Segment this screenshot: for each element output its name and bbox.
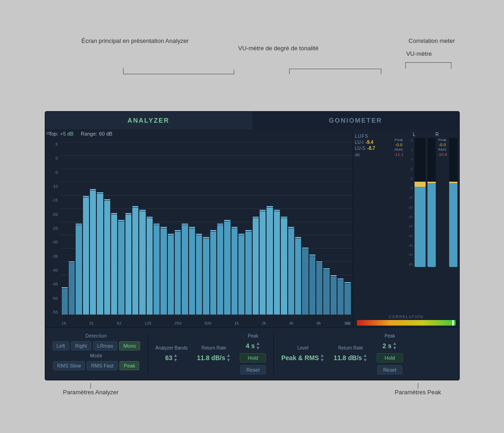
gonio-area: LUFS LU-I -9.4 LU-S -8.7 dB: [353, 129, 459, 327]
lrmax-btn[interactable]: LRmax: [93, 341, 118, 350]
peak-line-4: [90, 189, 96, 190]
right-btn[interactable]: Right: [71, 341, 91, 350]
level-val[interactable]: Peak & RMS ▲▼: [281, 353, 325, 362]
return-rate2-val[interactable]: 11.8 dB/s ▲▼: [334, 353, 368, 362]
peak-line-7: [111, 213, 117, 214]
mono-btn[interactable]: Mono: [119, 341, 140, 350]
spectrum-bar-23: [224, 221, 230, 314]
analyzer-bands-label: Analyzer Bands: [155, 345, 188, 350]
rate-spinner[interactable]: ▲▼: [226, 353, 231, 362]
rms-slow-btn[interactable]: RMS Slow: [53, 361, 85, 370]
return-rate-val[interactable]: 11.8 dB/s ▲▼: [197, 353, 231, 362]
spectrum-bar-36: [316, 263, 322, 314]
r-rms-val: -10.6: [438, 152, 447, 157]
peak-line-16: [175, 230, 181, 231]
left-btn[interactable]: Left: [53, 341, 69, 350]
annotation-ecran-principal: Écran principal en présentation Analyzer: [82, 37, 189, 45]
analyzer-bands-val[interactable]: 63 ▲▼: [165, 353, 178, 362]
annotation-parametres-analyzer: Paramètres Analyzer: [63, 389, 119, 396]
spectrum-bar-39: [338, 280, 344, 314]
peak-line-37: [323, 268, 329, 269]
divider-1: [148, 333, 148, 374]
spectrum-bar-7: [111, 214, 117, 314]
vu-r-bar: [449, 138, 457, 267]
db-scale: 5 0 -5 -10 -15 -20 -25 -30 -35 -40 -45 -…: [45, 142, 60, 314]
spectrum-bar-4: [90, 190, 96, 314]
peak-line-40: [344, 282, 350, 283]
peak-line-17: [182, 224, 188, 225]
rms-fast-btn[interactable]: RMS Fast: [87, 361, 118, 370]
l-rms-val: -11.1: [394, 152, 403, 157]
spectrum-bar-32: [288, 228, 294, 314]
spectrum-bar-21: [210, 231, 216, 314]
peak-line-22: [217, 224, 223, 225]
spectrum-bar-11: [139, 211, 145, 314]
peak2-label: Peak: [385, 333, 395, 338]
spectrum-bar-14: [160, 228, 166, 314]
reset2-btn[interactable]: Reset: [377, 365, 403, 374]
header-tabs: ANALYZER GONIOMETER: [45, 112, 459, 129]
peak-line-24: [231, 227, 237, 228]
lu-i-val: -9.4: [365, 140, 373, 145]
main-content: dB Top: +5 dB Range: 60 dB 5 0 -5 -10 -1…: [45, 129, 459, 327]
peak2-spinner[interactable]: ▲▼: [392, 341, 397, 350]
peak-line-21: [210, 230, 216, 231]
spectrum-bar-5: [97, 194, 103, 314]
spectrum-bar-9: [125, 214, 131, 314]
spectrum-bar-24: [231, 228, 237, 314]
peak-spinner[interactable]: ▲▼: [255, 341, 260, 350]
spectrum-bars: [60, 142, 353, 314]
hold2-btn[interactable]: Hold: [377, 353, 403, 362]
l-rms-sublabel: RMS: [395, 148, 403, 152]
tab-analyzer[interactable]: ANALYZER: [45, 112, 252, 129]
spectrum-bar-1: [69, 263, 75, 314]
top-val: +5 dB: [60, 131, 73, 136]
vu-l-bar: [427, 138, 436, 267]
divider-2: [273, 333, 274, 374]
annotation-vu-metre: VU-mètre: [406, 50, 432, 58]
peak-line-5: [97, 192, 103, 193]
peak-mode-btn[interactable]: Peak: [119, 361, 139, 370]
annotation-parametres-peak: Paramètres Peak: [395, 389, 441, 396]
spectrum-bar-31: [281, 218, 287, 314]
analyzer-area: dB Top: +5 dB Range: 60 dB 5 0 -5 -10 -1…: [45, 129, 353, 327]
level-col: Level Peak & RMS ▲▼: [281, 345, 325, 362]
spectrum-bar-12: [147, 218, 153, 314]
correlation-bar: [357, 320, 456, 326]
return-rate-label: Return Rate: [202, 345, 226, 350]
reset-btn[interactable]: Reset: [240, 365, 266, 374]
hold-btn[interactable]: Hold: [240, 353, 266, 362]
range-val: 60 dB: [99, 131, 113, 136]
annotation-vu-tonalite: VU-mètre de degré de tonalité: [238, 45, 319, 53]
detection-buttons: Left Right LRmax Mono: [53, 341, 140, 350]
lu-i-label: LU-I: [355, 140, 364, 145]
peak2-val[interactable]: 2 s ▲▼: [383, 341, 397, 350]
mode-label: Mode: [90, 353, 102, 358]
peak-line-23: [224, 220, 230, 221]
level-spinner[interactable]: ▲▼: [320, 353, 325, 362]
spectrum-bar-17: [182, 225, 188, 314]
r-rms-sublabel: RMS: [438, 148, 446, 152]
tab-goniometer[interactable]: GONIOMETER: [252, 112, 459, 129]
peak-val[interactable]: 4 s ▲▼: [246, 341, 260, 350]
spectrum-bar-8: [118, 221, 124, 314]
peak-line-28: [260, 210, 266, 211]
return-rate2-col: Return Rate 11.8 dB/s ▲▼: [334, 345, 368, 362]
peak-line-9: [125, 213, 131, 214]
spectrum-bar-18: [189, 228, 195, 314]
rate2-spinner[interactable]: ▲▼: [363, 353, 368, 362]
annotation-correlation-meter: Correlation meter: [409, 37, 455, 45]
peak-label: Peak: [248, 333, 258, 338]
bottom-annotations: Paramètres Analyzer Paramètres Peak: [45, 383, 460, 396]
spectrum-bar-34: [302, 249, 308, 314]
peak-line-15: [168, 234, 174, 235]
spectrum-bar-3: [83, 197, 89, 314]
l-header: L: [407, 132, 421, 137]
db-corner-label: dB: [46, 131, 51, 136]
analyzer-bands-col: Analyzer Bands 63 ▲▼: [155, 345, 188, 362]
peak-line-8: [118, 220, 124, 221]
peak-line-2: [76, 224, 82, 225]
peak-line-6: [104, 199, 110, 200]
spectrum-bar-30: [274, 211, 280, 314]
bands-spinner[interactable]: ▲▼: [173, 353, 178, 362]
